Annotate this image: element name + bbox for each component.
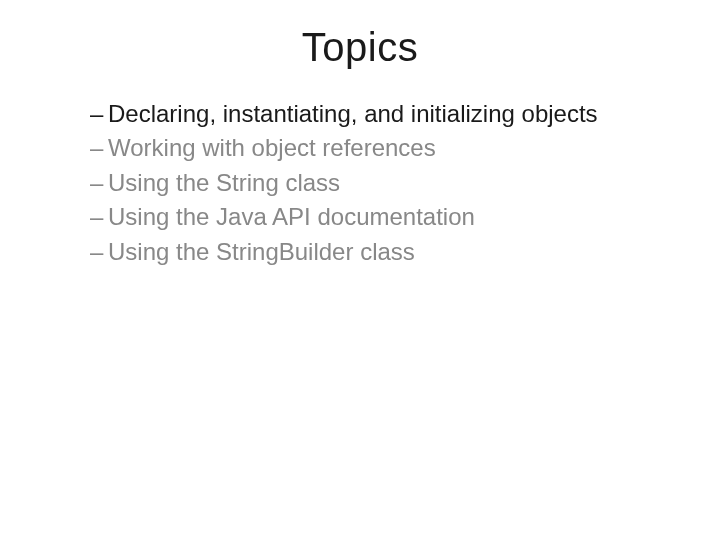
list-item: Declaring, instantiating, and initializi… xyxy=(90,98,660,130)
list-item: Working with object references xyxy=(90,132,660,164)
topic-list: Declaring, instantiating, and initializi… xyxy=(60,98,660,268)
list-item: Using the Java API documentation xyxy=(90,201,660,233)
page-title: Topics xyxy=(60,25,660,70)
slide: Topics Declaring, instantiating, and ini… xyxy=(0,0,720,540)
list-item: Using the StringBuilder class xyxy=(90,236,660,268)
list-item: Using the String class xyxy=(90,167,660,199)
